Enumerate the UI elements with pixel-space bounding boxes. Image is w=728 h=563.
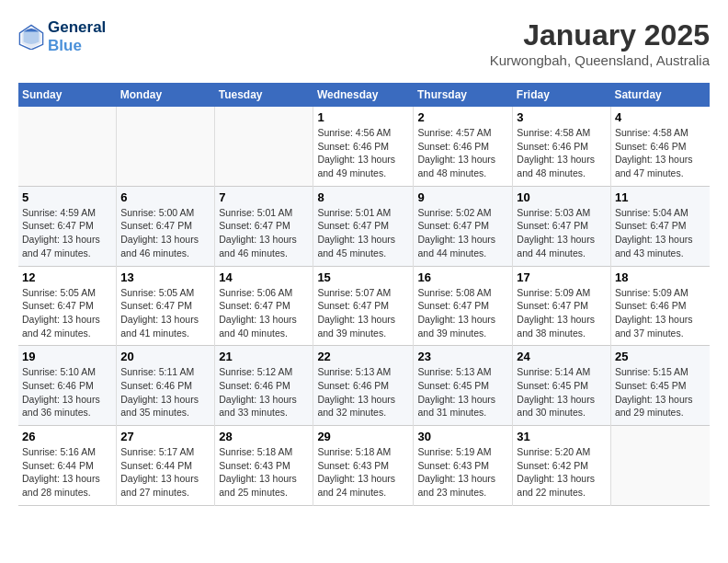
title-block: January 2025 Kurwongbah, Queensland, Aus… [490, 18, 710, 68]
day-number: 17 [517, 270, 607, 284]
calendar-week-row: 19Sunrise: 5:10 AM Sunset: 6:46 PM Dayli… [18, 346, 710, 426]
day-number: 1 [317, 110, 409, 124]
calendar-cell: 28Sunrise: 5:18 AM Sunset: 6:43 PM Dayli… [215, 426, 313, 506]
calendar-cell: 6Sunrise: 5:00 AM Sunset: 6:47 PM Daylig… [117, 186, 215, 266]
day-info: Sunrise: 5:02 AM Sunset: 6:47 PM Dayligh… [417, 206, 508, 260]
day-info: Sunrise: 5:13 AM Sunset: 6:45 PM Dayligh… [417, 365, 508, 419]
calendar-cell [18, 107, 117, 186]
calendar-cell: 12Sunrise: 5:05 AM Sunset: 6:47 PM Dayli… [18, 266, 117, 346]
col-header-wednesday: Wednesday [313, 83, 414, 107]
calendar-cell: 27Sunrise: 5:17 AM Sunset: 6:44 PM Dayli… [117, 426, 215, 506]
calendar-cell: 22Sunrise: 5:13 AM Sunset: 6:46 PM Dayli… [313, 346, 414, 426]
calendar-cell: 8Sunrise: 5:01 AM Sunset: 6:47 PM Daylig… [313, 186, 414, 266]
day-info: Sunrise: 4:57 AM Sunset: 6:46 PM Dayligh… [417, 126, 508, 180]
calendar-cell: 9Sunrise: 5:02 AM Sunset: 6:47 PM Daylig… [414, 186, 513, 266]
day-info: Sunrise: 5:19 AM Sunset: 6:43 PM Dayligh… [417, 445, 508, 500]
day-number: 4 [615, 110, 706, 124]
calendar-week-row: 1Sunrise: 4:56 AM Sunset: 6:46 PM Daylig… [18, 107, 710, 186]
day-info: Sunrise: 5:09 AM Sunset: 6:46 PM Dayligh… [615, 286, 706, 340]
day-number: 31 [517, 430, 607, 443]
calendar-cell: 4Sunrise: 4:58 AM Sunset: 6:46 PM Daylig… [610, 107, 710, 186]
calendar-cell: 15Sunrise: 5:07 AM Sunset: 6:47 PM Dayli… [313, 266, 414, 346]
logo-general: General [48, 18, 106, 36]
day-info: Sunrise: 4:59 AM Sunset: 6:47 PM Dayligh… [22, 206, 112, 260]
day-info: Sunrise: 5:14 AM Sunset: 6:45 PM Dayligh… [517, 365, 607, 419]
day-info: Sunrise: 4:58 AM Sunset: 6:46 PM Dayligh… [517, 126, 607, 180]
calendar-cell [215, 107, 313, 186]
col-header-thursday: Thursday [414, 83, 513, 107]
day-info: Sunrise: 5:20 AM Sunset: 6:42 PM Dayligh… [517, 445, 607, 500]
calendar-cell: 7Sunrise: 5:01 AM Sunset: 6:47 PM Daylig… [215, 186, 313, 266]
day-number: 9 [417, 190, 508, 204]
day-number: 5 [22, 190, 112, 204]
day-info: Sunrise: 4:56 AM Sunset: 6:46 PM Dayligh… [317, 126, 409, 180]
calendar-cell: 30Sunrise: 5:19 AM Sunset: 6:43 PM Dayli… [414, 426, 513, 506]
calendar-cell: 3Sunrise: 4:58 AM Sunset: 6:46 PM Daylig… [513, 107, 611, 186]
logo-text: General Blue [48, 18, 106, 56]
calendar-cell: 26Sunrise: 5:16 AM Sunset: 6:44 PM Dayli… [18, 426, 117, 506]
calendar-week-row: 5Sunrise: 4:59 AM Sunset: 6:47 PM Daylig… [18, 186, 710, 266]
logo-icon [18, 24, 44, 50]
day-info: Sunrise: 5:18 AM Sunset: 6:43 PM Dayligh… [219, 445, 309, 500]
calendar-cell: 10Sunrise: 5:03 AM Sunset: 6:47 PM Dayli… [513, 186, 611, 266]
day-info: Sunrise: 5:15 AM Sunset: 6:45 PM Dayligh… [615, 365, 706, 419]
day-info: Sunrise: 5:01 AM Sunset: 6:47 PM Dayligh… [219, 206, 309, 260]
calendar-cell: 19Sunrise: 5:10 AM Sunset: 6:46 PM Dayli… [18, 346, 117, 426]
logo: General Blue [18, 18, 106, 56]
logo-blue: Blue [48, 37, 82, 54]
day-info: Sunrise: 5:11 AM Sunset: 6:46 PM Dayligh… [120, 365, 210, 419]
day-number: 8 [317, 190, 409, 204]
day-info: Sunrise: 5:07 AM Sunset: 6:47 PM Dayligh… [317, 286, 409, 340]
day-number: 22 [317, 350, 409, 363]
day-info: Sunrise: 5:04 AM Sunset: 6:47 PM Dayligh… [615, 206, 706, 260]
day-number: 28 [219, 430, 309, 443]
calendar-cell: 2Sunrise: 4:57 AM Sunset: 6:46 PM Daylig… [414, 107, 513, 186]
calendar-cell: 14Sunrise: 5:06 AM Sunset: 6:47 PM Dayli… [215, 266, 313, 346]
day-info: Sunrise: 5:05 AM Sunset: 6:47 PM Dayligh… [120, 286, 210, 340]
calendar-cell: 16Sunrise: 5:08 AM Sunset: 6:47 PM Dayli… [414, 266, 513, 346]
calendar-cell: 23Sunrise: 5:13 AM Sunset: 6:45 PM Dayli… [414, 346, 513, 426]
page-header: General Blue January 2025 Kurwongbah, Qu… [18, 18, 710, 68]
day-info: Sunrise: 5:00 AM Sunset: 6:47 PM Dayligh… [120, 206, 210, 260]
day-info: Sunrise: 5:16 AM Sunset: 6:44 PM Dayligh… [22, 445, 112, 500]
calendar-cell: 17Sunrise: 5:09 AM Sunset: 6:47 PM Dayli… [513, 266, 611, 346]
day-number: 10 [517, 190, 607, 204]
day-number: 26 [22, 430, 112, 443]
calendar-cell: 13Sunrise: 5:05 AM Sunset: 6:47 PM Dayli… [117, 266, 215, 346]
day-number: 30 [417, 430, 508, 443]
calendar-cell: 24Sunrise: 5:14 AM Sunset: 6:45 PM Dayli… [513, 346, 611, 426]
day-number: 7 [219, 190, 309, 204]
day-number: 16 [417, 270, 508, 284]
calendar-cell: 5Sunrise: 4:59 AM Sunset: 6:47 PM Daylig… [18, 186, 117, 266]
calendar-cell: 31Sunrise: 5:20 AM Sunset: 6:42 PM Dayli… [513, 426, 611, 506]
col-header-tuesday: Tuesday [215, 83, 313, 107]
calendar-cell: 21Sunrise: 5:12 AM Sunset: 6:46 PM Dayli… [215, 346, 313, 426]
day-number: 12 [22, 270, 112, 284]
day-number: 6 [120, 190, 210, 204]
day-number: 20 [120, 350, 210, 363]
day-number: 14 [219, 270, 309, 284]
day-number: 3 [517, 110, 607, 124]
day-info: Sunrise: 5:09 AM Sunset: 6:47 PM Dayligh… [517, 286, 607, 340]
calendar-header-row: SundayMondayTuesdayWednesdayThursdayFrid… [18, 83, 710, 107]
day-info: Sunrise: 5:03 AM Sunset: 6:47 PM Dayligh… [517, 206, 607, 260]
day-number: 18 [615, 270, 706, 284]
calendar-cell [117, 107, 215, 186]
day-info: Sunrise: 5:05 AM Sunset: 6:47 PM Dayligh… [22, 286, 112, 340]
day-info: Sunrise: 5:17 AM Sunset: 6:44 PM Dayligh… [120, 445, 210, 500]
day-number: 24 [517, 350, 607, 363]
calendar-cell: 11Sunrise: 5:04 AM Sunset: 6:47 PM Dayli… [610, 186, 710, 266]
location-subtitle: Kurwongbah, Queensland, Australia [490, 52, 710, 68]
day-number: 2 [417, 110, 508, 124]
day-info: Sunrise: 5:08 AM Sunset: 6:47 PM Dayligh… [417, 286, 508, 340]
col-header-sunday: Sunday [18, 83, 117, 107]
col-header-friday: Friday [513, 83, 611, 107]
calendar-week-row: 26Sunrise: 5:16 AM Sunset: 6:44 PM Dayli… [18, 426, 710, 506]
day-number: 29 [317, 430, 409, 443]
day-info: Sunrise: 4:58 AM Sunset: 6:46 PM Dayligh… [615, 126, 706, 180]
calendar-cell: 29Sunrise: 5:18 AM Sunset: 6:43 PM Dayli… [313, 426, 414, 506]
month-year-title: January 2025 [490, 18, 710, 52]
day-info: Sunrise: 5:06 AM Sunset: 6:47 PM Dayligh… [219, 286, 309, 340]
day-number: 15 [317, 270, 409, 284]
day-number: 23 [417, 350, 508, 363]
